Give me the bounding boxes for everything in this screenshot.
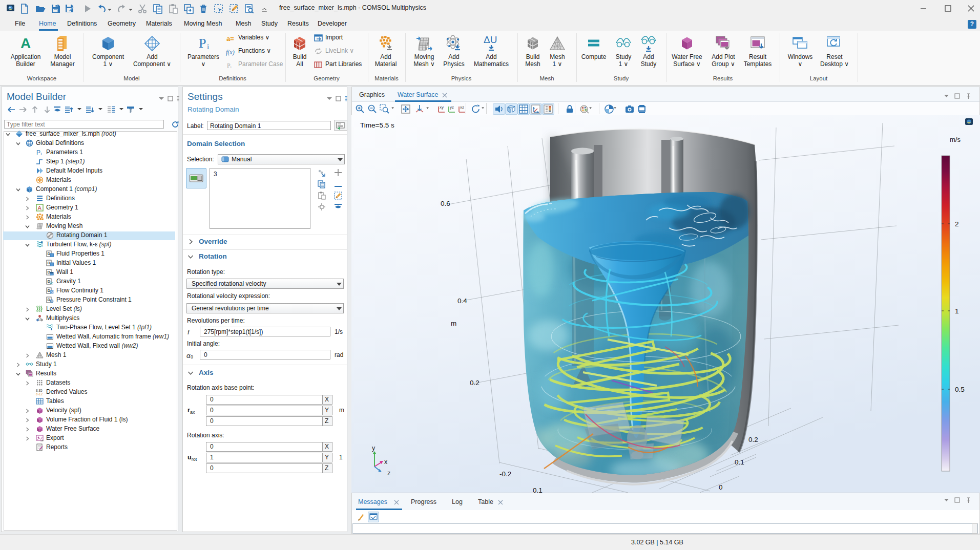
svg-text:0.2: 0.2 — [470, 379, 479, 387]
svg-text:yz: yz — [450, 105, 454, 110]
svg-text:0.2: 0.2 — [748, 436, 758, 443]
svg-text:xz: xz — [460, 105, 464, 110]
svg-text:i: i — [207, 43, 209, 51]
svg-text:i: i — [41, 152, 42, 156]
svg-text:A: A — [20, 35, 31, 51]
svg-text:A: A — [38, 205, 42, 211]
svg-text:xy: xy — [440, 105, 444, 110]
svg-text:0: 0 — [719, 483, 723, 491]
svg-text:m/s: m/s — [950, 136, 961, 143]
svg-text:P: P — [199, 36, 206, 51]
svg-text:1: 1 — [955, 307, 959, 315]
svg-text:z: z — [387, 470, 390, 477]
svg-text:D: D — [48, 298, 51, 302]
svg-text:2: 2 — [955, 220, 959, 228]
svg-text:D: D — [48, 270, 51, 274]
svg-text:0.5: 0.5 — [955, 386, 965, 393]
svg-text:D: D — [48, 279, 51, 284]
svg-text:8.85: 8.85 — [36, 389, 43, 392]
svg-text:Pᵢ: Pᵢ — [227, 62, 232, 69]
svg-text:P: P — [36, 149, 40, 156]
svg-text:a=: a= — [226, 35, 234, 43]
svg-text:DC: DC — [51, 291, 55, 294]
svg-text:D: D — [48, 251, 51, 256]
svg-text:f(x): f(x) — [226, 49, 235, 56]
svg-text:x: x — [384, 458, 388, 466]
svg-text:0.4: 0.4 — [457, 297, 467, 305]
svg-text:-0.2: -0.2 — [499, 470, 511, 478]
svg-text:0.1: 0.1 — [735, 458, 744, 466]
svg-text:m: m — [451, 320, 456, 327]
svg-text:D: D — [48, 261, 51, 265]
svg-text:0.6: 0.6 — [441, 200, 450, 207]
svg-text:Time=5.5 s: Time=5.5 s — [360, 121, 394, 129]
svg-text:y: y — [372, 445, 376, 452]
svg-text:ΔU: ΔU — [484, 34, 497, 45]
svg-text:e-12: e-12 — [36, 392, 43, 396]
